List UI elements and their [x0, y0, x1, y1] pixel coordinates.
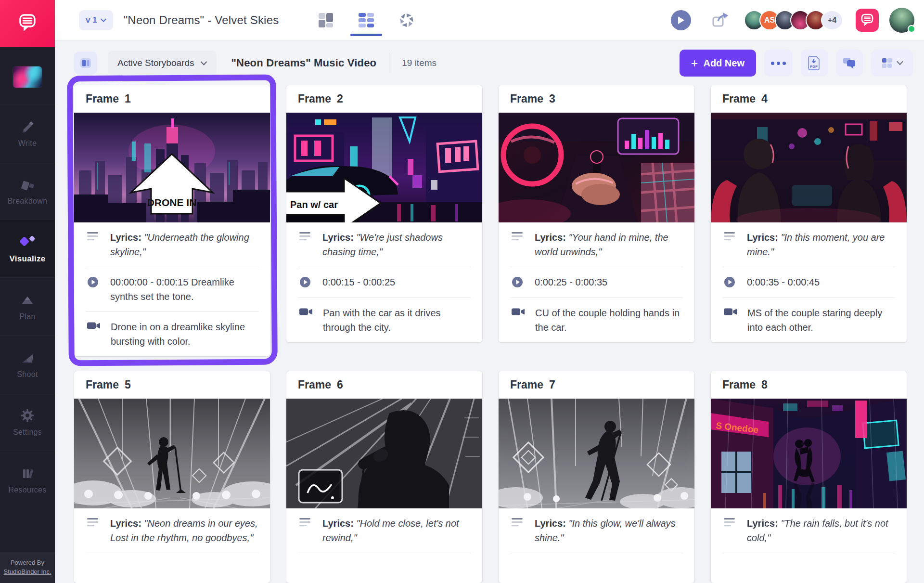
- frame-label: Frame: [86, 378, 119, 391]
- chevron-down-icon: [897, 61, 903, 65]
- sidebar-item-resources[interactable]: Resources: [0, 451, 55, 508]
- time-text: 00:00:00 - 0:00:15 Dreamlike synths set …: [110, 275, 258, 304]
- video-camera-icon: [299, 306, 313, 335]
- version-dropdown[interactable]: v 1: [79, 10, 113, 30]
- add-new-button[interactable]: + Add New: [680, 50, 756, 77]
- lyrics-label: Lyrics:: [110, 232, 141, 243]
- lyrics-label: Lyrics:: [322, 232, 354, 243]
- frame-card-2[interactable]: Frame 2: [286, 85, 482, 342]
- lyrics-label: Lyrics:: [747, 518, 778, 529]
- frame-number: 2: [337, 92, 343, 105]
- frame-5-image[interactable]: [74, 399, 270, 508]
- sidebar-item-plan[interactable]: Plan: [0, 277, 55, 335]
- play-circle-icon: [724, 275, 737, 290]
- gear-icon: [19, 407, 36, 424]
- frame-3-image[interactable]: [499, 113, 694, 222]
- sidebar-item-label: Resources: [8, 486, 46, 494]
- timing-row: 0:00:25 - 0:00:35: [499, 267, 694, 298]
- frame-card-1[interactable]: Frame 1: [74, 85, 270, 356]
- comments-icon: [860, 13, 874, 27]
- play-button[interactable]: [671, 10, 691, 30]
- sidebar-item-write[interactable]: Write: [0, 104, 55, 162]
- frame-label: Frame: [510, 378, 543, 391]
- share-button[interactable]: [709, 10, 730, 30]
- breakdown-icon: [19, 176, 36, 193]
- lyrics-text-icon: [724, 230, 737, 259]
- board-title: "Neon Dreams" Music Video: [231, 57, 376, 69]
- storyboard-panel-icon: [79, 57, 92, 69]
- frame-card-6[interactable]: Frame 6: [286, 371, 482, 583]
- frame-card-7[interactable]: Frame 7: [499, 371, 694, 583]
- board-comments-button[interactable]: [836, 50, 863, 77]
- shot-row: Drone in on a dreamlike skyline bursting…: [74, 312, 270, 356]
- powered-by: Powered By StudioBinder Inc.: [0, 552, 55, 583]
- aperture-icon: [397, 11, 416, 30]
- studiobinder-logo[interactable]: [0, 0, 55, 47]
- lyrics-text-icon: [299, 230, 312, 259]
- shot-row: MS of the couple staring deeply into eac…: [711, 298, 907, 342]
- frame-7-image[interactable]: [499, 399, 694, 508]
- storyboards-dropdown-label: Active Storyboards: [117, 58, 194, 68]
- download-pdf-button[interactable]: PDF: [801, 50, 828, 77]
- layout-options-button[interactable]: [871, 50, 913, 77]
- more-options-button[interactable]: [764, 50, 793, 77]
- lyrics-row: Lyrics: "Hold me close, let's not rewind…: [286, 508, 482, 553]
- pdf-label: PDF: [810, 65, 818, 69]
- studiobinder-link[interactable]: StudioBinder Inc.: [2, 567, 53, 576]
- powered-by-line1: Powered By: [2, 558, 53, 567]
- sidebar-item-settings[interactable]: Settings: [0, 393, 55, 451]
- project-thumbnail[interactable]: [13, 66, 42, 88]
- lyrics-label: Lyrics:: [110, 518, 141, 529]
- tab-aperture-view[interactable]: [391, 0, 423, 40]
- frame-number: 3: [549, 92, 555, 105]
- sidebar-item-shoot[interactable]: Shoot: [0, 335, 55, 393]
- sidebar-item-label: Breakdown: [8, 197, 48, 206]
- storyboards-dropdown[interactable]: Active Storyboards: [108, 51, 217, 76]
- sidebar-item-breakdown[interactable]: Breakdown: [0, 162, 55, 220]
- video-camera-icon: [512, 306, 525, 335]
- frame-4-image[interactable]: [711, 113, 907, 222]
- collaborator-avatars[interactable]: AS +4: [744, 10, 843, 30]
- frame-1-image[interactable]: DRONE IN: [74, 113, 270, 222]
- frame-8-image[interactable]: S Onedoe: [711, 399, 907, 508]
- lyrics-label: Lyrics:: [535, 518, 566, 529]
- timing-row: 0:00:35 - 0:00:45: [711, 267, 907, 298]
- frame-2-image[interactable]: Pan w/ car: [286, 113, 482, 222]
- share-icon: [709, 10, 730, 30]
- sidebar-item-visualize[interactable]: Visualize: [0, 220, 55, 277]
- tab-mosaic-view[interactable]: [310, 0, 342, 40]
- time-text: 0:00:25 - 0:00:35: [535, 275, 607, 290]
- grid-layout-icon: [881, 57, 893, 69]
- chevron-down-icon: [201, 61, 207, 65]
- lyrics-label: Lyrics:: [535, 232, 566, 243]
- shot-text: CU of the couple holding hands in the ca…: [535, 306, 683, 335]
- lyrics-row: Lyrics: "Underneath the glowing skyline,…: [74, 222, 270, 267]
- lyrics-text-icon: [87, 516, 100, 545]
- video-camera-icon: [724, 306, 737, 335]
- neon-sign: [299, 470, 342, 503]
- sidebar-item-label: Shoot: [17, 370, 38, 379]
- timing-row: 00:00:00 - 0:00:15 Dreamlike synths set …: [74, 267, 270, 311]
- frame-6-image[interactable]: [286, 399, 482, 508]
- frame-card-4[interactable]: Frame 4: [711, 85, 907, 342]
- chat-bubbles-icon: [842, 56, 857, 70]
- lyrics-row: Lyrics: "The rain falls, but it's not co…: [711, 508, 907, 553]
- arrow-annotation: Pan w/ car: [290, 199, 338, 210]
- app-window: Write Breakdown Visualize: [0, 0, 924, 583]
- frame-number: 1: [125, 92, 131, 105]
- profile-menu[interactable]: [889, 8, 914, 33]
- lyrics-row: Lyrics: "Your hand in mine, the world un…: [499, 222, 694, 267]
- frame-card-8[interactable]: Frame 8 S Onedoe: [711, 371, 907, 583]
- frame-card-3[interactable]: Frame 3: [499, 85, 694, 342]
- sidebar-item-label: Settings: [13, 428, 42, 437]
- tab-grid-view[interactable]: [350, 0, 382, 40]
- frame-label: Frame: [86, 92, 119, 105]
- comments-button[interactable]: [856, 9, 879, 32]
- frame-number: 7: [549, 378, 555, 391]
- play-circle-icon: [299, 275, 312, 290]
- storyboard-panel-button[interactable]: [74, 52, 97, 75]
- frame-card-5[interactable]: Frame 5: [74, 371, 270, 583]
- arrow-annotation: DRONE IN: [147, 197, 197, 208]
- plaid-skirt: [641, 163, 694, 222]
- board-toolbar: Active Storyboards "Neon Dreams" Music V…: [55, 41, 924, 85]
